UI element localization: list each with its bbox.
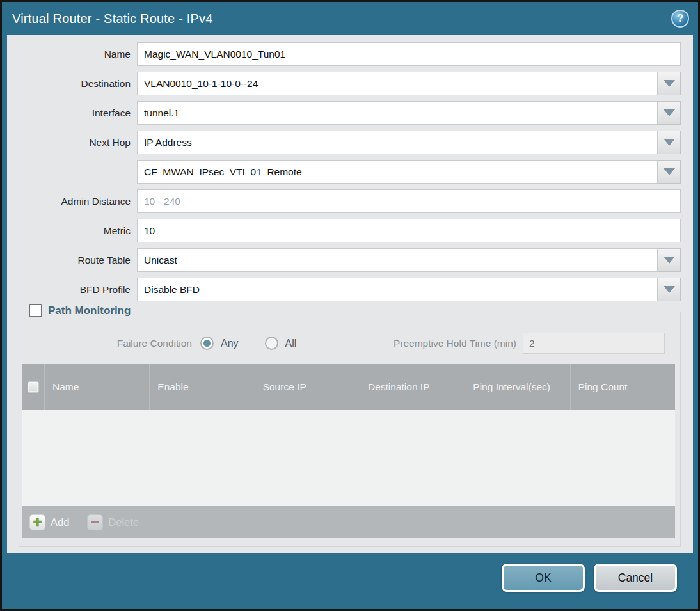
failure-condition-all-radio[interactable] [265, 337, 278, 350]
preemptive-hold-time-input[interactable] [523, 333, 665, 354]
dialog-title: Virtual Router - Static Route - IPv4 [12, 12, 213, 26]
column-header-name[interactable]: Name [45, 364, 150, 410]
metric-input[interactable] [137, 219, 681, 242]
delete-button[interactable]: Delete [87, 514, 139, 530]
column-header-enable[interactable]: Enable [150, 364, 255, 410]
next-hop-type-input[interactable] [137, 131, 658, 154]
minus-icon [87, 514, 103, 530]
table-footer: ✚ Add Delete [22, 506, 675, 538]
name-label: Name [7, 42, 137, 66]
preemptive-hold-time-group: Preemptive Hold Time (min) [394, 333, 665, 354]
route-table-dropdown-button[interactable] [658, 248, 681, 272]
select-all-checkbox[interactable] [28, 381, 39, 393]
next-hop-row: Next Hop [7, 131, 681, 154]
failure-condition-radio-group: Any All [200, 337, 296, 350]
metric-label: Metric [7, 219, 137, 242]
dialog-footer: OK Cancel [2, 553, 698, 609]
path-monitoring-checkbox[interactable] [29, 304, 42, 317]
table-header-checkbox-cell [22, 364, 45, 410]
dialog-body: Name Destination Interface [7, 35, 693, 553]
ok-button[interactable]: OK [502, 564, 585, 592]
plus-icon: ✚ [29, 514, 45, 530]
failure-condition-any-radio[interactable] [200, 337, 214, 350]
path-monitoring-table: Name Enable Source IP Destination IP Pin… [22, 364, 675, 538]
next-hop-label: Next Hop [7, 131, 137, 154]
table-header: Name Enable Source IP Destination IP Pin… [22, 364, 675, 410]
path-monitoring-section: Path Monitoring Failure Condition Any Al… [19, 312, 681, 547]
interface-label: Interface [7, 101, 137, 125]
name-input[interactable] [137, 42, 681, 66]
column-header-destination-ip[interactable]: Destination IP [360, 364, 465, 410]
destination-dropdown-button[interactable] [658, 72, 681, 95]
cancel-button[interactable]: Cancel [594, 564, 677, 592]
next-hop-address-row [7, 160, 681, 184]
column-header-ping-count[interactable]: Ping Count [571, 364, 675, 410]
chevron-down-icon [664, 257, 675, 264]
preemptive-hold-time-label: Preemptive Hold Time (min) [394, 338, 523, 349]
help-glyph: ? [677, 12, 683, 25]
admin-distance-row: Admin Distance [7, 189, 681, 213]
destination-row: Destination [7, 72, 681, 95]
failure-condition-all-label: All [285, 338, 297, 349]
chevron-down-icon [664, 80, 675, 87]
failure-condition-any-label: Any [221, 338, 239, 349]
add-button[interactable]: ✚ Add [29, 514, 69, 530]
static-route-dialog: Virtual Router - Static Route - IPv4 ? N… [0, 0, 700, 611]
delete-button-label: Delete [108, 516, 139, 528]
help-icon[interactable]: ? [671, 10, 689, 28]
name-row: Name [7, 42, 681, 66]
next-hop-address-input[interactable] [137, 160, 658, 184]
path-monitoring-legend: Path Monitoring [23, 304, 136, 317]
next-hop-address-dropdown-button[interactable] [658, 160, 681, 184]
next-hop-address-label [7, 160, 137, 184]
interface-row: Interface [7, 101, 681, 125]
chevron-down-icon [664, 286, 675, 293]
destination-label: Destination [7, 72, 137, 95]
failure-condition-label: Failure Condition [19, 338, 200, 349]
route-table-input[interactable] [137, 248, 658, 272]
bfd-profile-input[interactable] [137, 278, 658, 301]
add-button-label: Add [51, 516, 69, 528]
route-table-label: Route Table [7, 248, 137, 272]
admin-distance-input[interactable] [137, 189, 681, 213]
column-header-ping-interval[interactable]: Ping Interval(sec) [465, 364, 570, 410]
table-body-empty [22, 410, 675, 506]
path-monitoring-title: Path Monitoring [48, 305, 131, 317]
interface-dropdown-button[interactable] [658, 101, 681, 125]
interface-input[interactable] [137, 101, 658, 125]
bfd-profile-row: BFD Profile [7, 278, 681, 301]
chevron-down-icon [664, 168, 675, 175]
dialog-titlebar: Virtual Router - Static Route - IPv4 ? [2, 2, 698, 35]
failure-condition-row: Failure Condition Any All Preemptive Hol… [19, 333, 665, 354]
bfd-profile-dropdown-button[interactable] [658, 278, 681, 301]
next-hop-type-dropdown-button[interactable] [658, 131, 681, 154]
metric-row: Metric [7, 219, 681, 242]
route-table-row: Route Table [7, 248, 681, 272]
bfd-profile-label: BFD Profile [7, 278, 137, 301]
column-header-source-ip[interactable]: Source IP [255, 364, 360, 410]
chevron-down-icon [664, 139, 675, 146]
destination-input[interactable] [137, 72, 658, 95]
admin-distance-label: Admin Distance [7, 189, 137, 213]
chevron-down-icon [664, 109, 675, 116]
